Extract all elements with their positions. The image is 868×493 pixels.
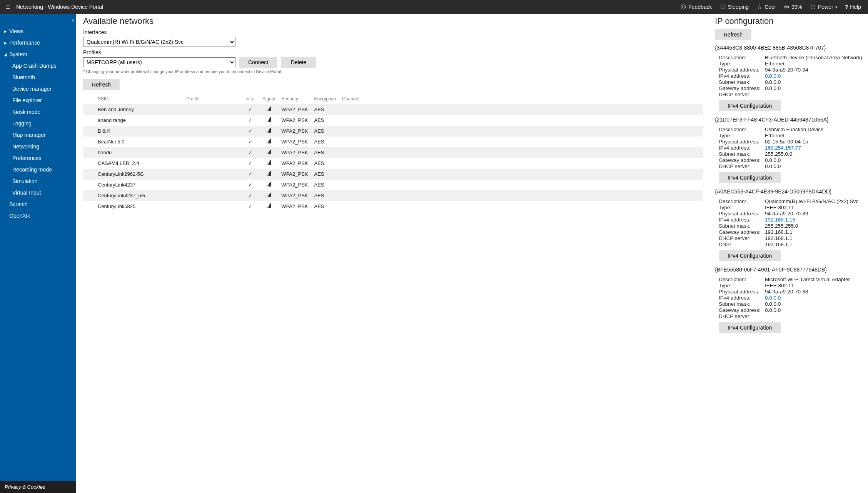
sidebar-item-networking[interactable]: Networking bbox=[0, 141, 76, 152]
svg-rect-4 bbox=[788, 7, 789, 8]
network-row[interactable]: Ben and JohnnyWPA2_PSKAES bbox=[83, 104, 703, 115]
question-icon: ? bbox=[845, 4, 848, 10]
ipv4-configuration-button[interactable]: IPv4 Configuration bbox=[719, 100, 781, 111]
ipv4-link[interactable]: 192.168.1.15 bbox=[765, 217, 863, 223]
signal-icon bbox=[267, 160, 271, 165]
adapter-block: {3A4453C3-8800-4BE2-885B-43508C87F707}De… bbox=[715, 45, 863, 111]
ipv4-link[interactable]: 169.254.157.77 bbox=[765, 145, 863, 151]
nav-group-system[interactable]: ◢System bbox=[0, 48, 76, 60]
column-header[interactable]: Infra bbox=[241, 94, 259, 104]
profile-select[interactable]: MSFTCORP (all users) bbox=[83, 57, 235, 67]
adapter-guid: {A0AEC553-A4CF-4E39-9E24-D5059F8DA4DD} bbox=[715, 188, 863, 195]
column-header[interactable]: SSID bbox=[95, 94, 183, 104]
signal-icon bbox=[267, 193, 271, 197]
help-button[interactable]: ? Help bbox=[845, 4, 861, 10]
sidebar-item-recording-mode[interactable]: Recording mode bbox=[0, 164, 76, 175]
ipv4-configuration-button[interactable]: IPv4 Configuration bbox=[719, 322, 781, 333]
history-icon bbox=[720, 4, 726, 10]
column-header[interactable]: Signal bbox=[259, 94, 278, 104]
svg-rect-5 bbox=[785, 7, 788, 8]
battery-icon bbox=[783, 4, 790, 10]
sidebar-item-virtual-input[interactable]: Virtual Input bbox=[0, 187, 76, 198]
menu-icon[interactable]: ☰ bbox=[3, 4, 12, 10]
sidebar-item-map-manager[interactable]: Map manager bbox=[0, 129, 76, 141]
caret-icon: ◢ bbox=[4, 52, 8, 57]
network-row[interactable]: CenturyLink5825WPA2_PSKAES bbox=[83, 201, 703, 212]
sidebar-item-bluetooth[interactable]: Bluetooth bbox=[0, 72, 76, 83]
sidebar-item-kiosk-mode[interactable]: Kiosk mode bbox=[0, 106, 76, 118]
nav-group-performance[interactable]: ▶Performance bbox=[0, 37, 76, 48]
ipv4-link[interactable]: 0.0.0.0 bbox=[765, 295, 863, 301]
sidebar-item-device-manager[interactable]: Device manager bbox=[0, 83, 76, 95]
network-row[interactable]: CenturyLink4237WPA2_PSKAES bbox=[83, 180, 703, 190]
interface-select[interactable]: Qualcomm(R) Wi-Fi B/G/N/AC (2x2) Svc bbox=[83, 37, 235, 47]
check-icon bbox=[248, 150, 252, 155]
check-icon bbox=[248, 160, 252, 166]
refresh-ipconfig-button[interactable]: Refresh bbox=[715, 29, 751, 40]
adapter-guid: {3A4453C3-8800-4BE2-885B-43508C87F707} bbox=[715, 45, 863, 51]
ipv4-configuration-button[interactable]: IPv4 Configuration bbox=[719, 172, 781, 183]
battery-button[interactable]: 99% bbox=[783, 4, 802, 10]
signal-icon bbox=[267, 107, 271, 111]
privacy-link[interactable]: Privacy & Cookies bbox=[0, 481, 76, 493]
nav-group-views[interactable]: ▶Views bbox=[0, 25, 76, 37]
network-row[interactable]: CenturyLink4237_5GWPA2_PSKAES bbox=[83, 190, 703, 201]
sidebar-item-logging[interactable]: Logging bbox=[0, 118, 76, 129]
network-row[interactable]: CASAMILLER_2.4WPA2_PSKAES bbox=[83, 158, 703, 169]
adapter-properties: Description:Microsoft Wi-Fi Direct Virtu… bbox=[715, 276, 863, 319]
feedback-button[interactable]: Feedback bbox=[680, 4, 712, 10]
network-row[interactable]: benduWPA2_PSKAES bbox=[83, 147, 703, 158]
column-header[interactable]: Encryption bbox=[311, 94, 339, 104]
sidebar-item-openxr[interactable]: OpenXR bbox=[0, 210, 76, 222]
caret-icon: ▶ bbox=[4, 29, 8, 33]
sleeping-button[interactable]: Sleeping bbox=[720, 4, 749, 10]
check-icon bbox=[248, 193, 252, 198]
caret-icon: ▶ bbox=[4, 41, 8, 45]
ip-configuration-title: IP configuration bbox=[715, 16, 863, 26]
sidebar-item-preferences[interactable]: Preferences bbox=[0, 152, 76, 164]
column-header[interactable]: Security bbox=[278, 94, 311, 104]
connect-button[interactable]: Connect bbox=[239, 57, 277, 68]
nav: ▶Views▶Performance◢SystemApp Crash Dumps… bbox=[0, 14, 76, 481]
check-icon bbox=[248, 203, 252, 209]
signal-icon bbox=[267, 150, 271, 154]
power-icon bbox=[810, 4, 816, 10]
svg-point-0 bbox=[681, 5, 686, 9]
check-icon bbox=[248, 128, 252, 134]
adapter-properties: Description:UsbNcm Function DeviceType:E… bbox=[715, 127, 863, 169]
page-title: Networking - Windows Device Portal bbox=[16, 4, 103, 10]
ipv4-link[interactable]: 0.0.0.0 bbox=[765, 73, 863, 79]
top-actions: Feedback Sleeping Cool 99% Power ▾ ? Hel… bbox=[680, 4, 865, 10]
available-networks-panel: Available networks Interfaces Qualcomm(R… bbox=[76, 14, 710, 493]
network-row[interactable]: anand rangeWPA2_PSKAES bbox=[83, 115, 703, 126]
sidebar-item-file-explorer[interactable]: File explorer bbox=[0, 95, 76, 106]
signal-icon bbox=[267, 203, 271, 208]
delete-button[interactable]: Delete bbox=[281, 57, 316, 68]
networks-table: SSIDProfileInfraSignalSecurityEncryption… bbox=[83, 94, 703, 212]
column-header[interactable]: Profile bbox=[183, 94, 241, 104]
column-header[interactable] bbox=[83, 94, 95, 104]
sidebar-item-app-crash-dumps[interactable]: App Crash Dumps bbox=[0, 60, 76, 72]
collapse-sidebar-icon[interactable]: ‹ bbox=[72, 17, 74, 23]
network-row[interactable]: CenturyLink2962-5GWPA2_PSKAES bbox=[83, 169, 703, 180]
network-row[interactable]: B & KWPA2_PSKAES bbox=[83, 126, 703, 137]
thermal-button[interactable]: Cool bbox=[756, 4, 776, 10]
column-header[interactable]: Channel bbox=[339, 94, 703, 104]
signal-icon bbox=[267, 182, 271, 187]
adapter-guid: {21D07EF3-FF48-4CF3-ADED-44594871066A} bbox=[715, 117, 863, 123]
network-row[interactable]: BearNet 5.0WPA2_PSKAES bbox=[83, 137, 703, 147]
check-icon bbox=[248, 171, 252, 177]
available-networks-title: Available networks bbox=[83, 16, 703, 26]
thermometer-icon bbox=[756, 4, 763, 10]
adapter-block: {21D07EF3-FF48-4CF3-ADED-44594871066A}De… bbox=[715, 117, 863, 183]
ipv4-configuration-button[interactable]: IPv4 Configuration bbox=[719, 250, 781, 261]
profile-change-note: * Changing your network profile will cha… bbox=[83, 69, 703, 74]
sidebar-item-simulation[interactable]: Simulation bbox=[0, 175, 76, 187]
refresh-networks-button[interactable]: Refresh bbox=[83, 79, 120, 90]
svg-point-1 bbox=[683, 6, 683, 7]
check-icon bbox=[248, 182, 252, 188]
sidebar: ‹ ▶Views▶Performance◢SystemApp Crash Dum… bbox=[0, 14, 76, 493]
power-button[interactable]: Power ▾ bbox=[810, 4, 837, 10]
sidebar-item-scratch[interactable]: Scratch bbox=[0, 198, 76, 210]
chevron-down-icon: ▾ bbox=[835, 5, 837, 9]
